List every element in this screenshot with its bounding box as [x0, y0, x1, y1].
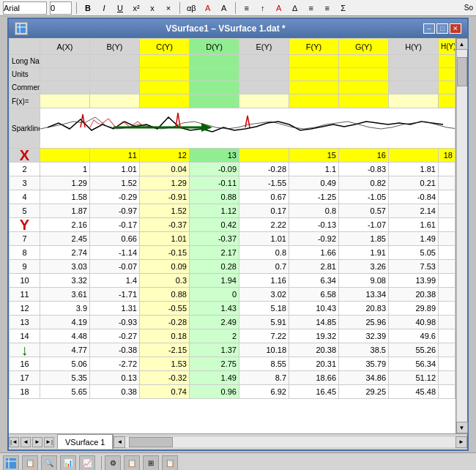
r14-c[interactable]: 0.18 — [140, 329, 190, 343]
r13-i[interactable] — [439, 316, 455, 329]
r13-c[interactable]: -0.28 — [140, 316, 190, 329]
subscript-button[interactable]: x — [146, 1, 159, 15]
r7-i[interactable] — [439, 232, 455, 246]
r8-a[interactable]: 2.74 — [40, 246, 90, 260]
scroll-thumb[interactable] — [457, 57, 467, 86]
comments-a[interactable] — [40, 81, 90, 94]
units-e[interactable] — [239, 68, 289, 81]
r7-b[interactable]: 0.66 — [90, 232, 140, 246]
r18-a[interactable]: 5.65 — [40, 385, 90, 399]
fx-e[interactable] — [239, 94, 289, 108]
scroll-up-button[interactable]: ▲ — [456, 38, 468, 50]
format-button[interactable]: ≡ — [321, 1, 334, 15]
r8-d[interactable]: 2.17 — [190, 246, 239, 260]
r5-d[interactable]: 1.12 — [190, 204, 239, 218]
r11-i[interactable] — [439, 288, 455, 302]
long-na-c[interactable] — [140, 55, 190, 68]
x-e[interactable] — [239, 149, 289, 163]
r11-d[interactable]: 0 — [190, 288, 239, 302]
x-d[interactable]: 13 — [190, 149, 239, 163]
r13-h[interactable]: 40.98 — [389, 316, 439, 329]
r9-b[interactable]: -0.07 — [90, 260, 140, 274]
r5-h[interactable]: 2.14 — [389, 204, 439, 218]
r17-d[interactable]: 1.49 — [190, 371, 239, 385]
col-header-a[interactable]: A(X) — [40, 39, 90, 55]
r12-f[interactable]: 10.43 — [289, 302, 339, 316]
r8-f[interactable]: 1.66 — [289, 246, 339, 260]
merge-button[interactable]: ≡ — [305, 1, 318, 15]
fx-h[interactable] — [389, 94, 439, 108]
highlight-button[interactable]: A — [217, 1, 231, 15]
r5-f[interactable]: 0.8 — [289, 204, 339, 218]
r18-i[interactable] — [439, 385, 455, 399]
r6-c[interactable]: -0.37 — [140, 218, 190, 232]
units-c[interactable] — [140, 68, 190, 81]
r2-h[interactable]: 1.81 — [389, 163, 439, 176]
units-g[interactable] — [339, 68, 389, 81]
r3-i[interactable] — [439, 176, 455, 190]
horizontal-scrollbar[interactable]: ◄ ► — [113, 434, 467, 450]
r12-b[interactable]: 1.31 — [90, 302, 140, 316]
r6-e[interactable]: 2.22 — [239, 218, 289, 232]
status-icon-8[interactable]: ⊞ — [143, 455, 159, 471]
r10-b[interactable]: 1.4 — [90, 274, 140, 288]
r11-f[interactable]: 6.58 — [289, 288, 339, 302]
r14-h[interactable]: 49.6 — [389, 329, 439, 343]
units-h[interactable] — [389, 68, 439, 81]
status-icon-4[interactable]: 📊 — [60, 455, 76, 471]
x-h[interactable] — [389, 149, 439, 163]
fx-d[interactable] — [190, 94, 239, 108]
r2-f[interactable]: 1.1 — [289, 163, 339, 176]
status-icon-2[interactable]: 📋 — [22, 455, 38, 471]
col-header-b[interactable]: B(Y) — [90, 39, 140, 55]
col-header-c[interactable]: C(Y) — [140, 39, 190, 55]
r15-f[interactable]: 20.38 — [289, 343, 339, 357]
r14-e[interactable]: 7.22 — [239, 329, 289, 343]
r4-a[interactable]: 1.58 — [40, 190, 90, 204]
r15-h[interactable]: 55.26 — [389, 343, 439, 357]
col-header-d[interactable]: D(Y) — [190, 39, 239, 55]
r6-h[interactable]: 1.61 — [389, 218, 439, 232]
long-na-e[interactable] — [239, 55, 289, 68]
r10-a[interactable]: 3.32 — [40, 274, 90, 288]
comments-g[interactable] — [339, 81, 389, 94]
r3-c[interactable]: 1.29 — [140, 176, 190, 190]
r13-g[interactable]: 25.96 — [339, 316, 389, 329]
font-color-button[interactable]: A — [201, 1, 215, 15]
r17-h[interactable]: 51.12 — [389, 371, 439, 385]
fx-c[interactable] — [140, 94, 190, 108]
r2-a[interactable]: 1 — [40, 163, 90, 176]
r13-a[interactable]: 4.19 — [40, 316, 90, 329]
r10-i[interactable] — [439, 274, 455, 288]
col-header-f[interactable]: F(Y) — [289, 39, 339, 55]
bold-button[interactable]: B — [81, 1, 94, 15]
r5-b[interactable]: -0.97 — [90, 204, 140, 218]
sheet-tab[interactable]: VSurface 1 — [57, 434, 113, 449]
fx-a[interactable] — [40, 94, 90, 108]
r14-i[interactable] — [439, 329, 455, 343]
col-header-e[interactable]: E(Y) — [239, 39, 289, 55]
r16-c[interactable]: 1.53 — [140, 357, 190, 371]
r8-e[interactable]: 0.8 — [239, 246, 289, 260]
scroll-down-button[interactable]: ▼ — [456, 422, 468, 433]
r12-c[interactable]: -0.55 — [140, 302, 190, 316]
units-d[interactable] — [190, 68, 239, 81]
r8-b[interactable]: -1.14 — [90, 246, 140, 260]
comments-d[interactable] — [190, 81, 239, 94]
r17-c[interactable]: -0.32 — [140, 371, 190, 385]
r18-f[interactable]: 16.45 — [289, 385, 339, 399]
x-c[interactable]: 12 — [140, 149, 190, 163]
r8-c[interactable]: -0.15 — [140, 246, 190, 260]
fx-i[interactable] — [439, 94, 455, 108]
r12-i[interactable] — [439, 302, 455, 316]
r8-g[interactable]: 1.91 — [339, 246, 389, 260]
r4-g[interactable]: -1.05 — [339, 190, 389, 204]
r7-g[interactable]: 1.85 — [339, 232, 389, 246]
r14-f[interactable]: 19.32 — [289, 329, 339, 343]
r13-e[interactable]: 5.91 — [239, 316, 289, 329]
r5-i[interactable] — [439, 204, 455, 218]
r5-c[interactable]: 1.52 — [140, 204, 190, 218]
r18-h[interactable]: 45.48 — [389, 385, 439, 399]
fx-g[interactable] — [339, 94, 389, 108]
r3-a[interactable]: 1.29 — [40, 176, 90, 190]
